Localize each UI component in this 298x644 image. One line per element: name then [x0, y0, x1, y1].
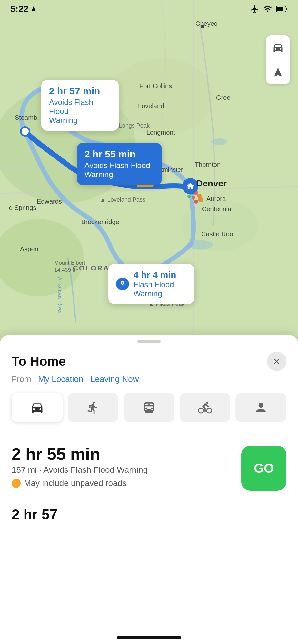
callout-route1[interactable]: 2 hr 57 min Avoids Flash FloodWarning — [41, 80, 119, 131]
primary-route: 2 hr 55 min 157 mi · Avoids Flash Flood … — [12, 446, 286, 491]
route-time: 2 hr 55 min — [12, 446, 148, 462]
place-label-cheyenne: Cheyeq — [195, 20, 218, 27]
mode-bike-button[interactable] — [180, 393, 231, 422]
place-label-centennial: Centennia — [202, 205, 231, 213]
sheet-from: From My Location Leaving Now — [12, 374, 286, 384]
place-label-edwards: Edwards — [37, 198, 62, 205]
mode-walk-button[interactable] — [68, 393, 119, 422]
status-icons — [250, 5, 288, 14]
svg-point-13 — [198, 197, 203, 202]
callout3-text: 4 hr 4 min Flash Flood Warning — [134, 270, 186, 298]
place-label-aurora: Aurora — [206, 195, 226, 203]
svg-point-9 — [211, 138, 227, 145]
place-label-breckenridge: Breckenridge — [81, 218, 119, 226]
route-warning: ! May include unpaved roads — [12, 478, 148, 488]
callout1-time: 2 hr 57 min — [49, 86, 111, 97]
place-label-fortcollins: Fort Collins — [139, 82, 172, 90]
svg-point-12 — [192, 196, 195, 200]
place-label-longmont: Longmont — [146, 129, 175, 136]
map-area[interactable]: Steamb. Fort Collins Loveland Gree Longm… — [0, 0, 298, 348]
flood-icon — [116, 278, 129, 290]
place-label-arkansas: Arkansas River — [57, 277, 63, 314]
route-details: 157 mi · Avoids Flash Flood Warning — [12, 465, 148, 475]
place-label-loveland: Loveland — [138, 102, 164, 110]
callout-route3[interactable]: 4 hr 4 min Flash Flood Warning — [108, 264, 194, 304]
route-info: 2 hr 55 min 157 mi · Avoids Flash Flood … — [12, 446, 148, 488]
sheet-header: To Home — [12, 352, 286, 371]
close-button[interactable] — [267, 352, 286, 371]
callout2-time: 2 hr 55 min — [84, 149, 154, 160]
svg-point-14 — [194, 200, 198, 204]
map-controls — [266, 35, 290, 84]
transport-modes — [12, 393, 286, 422]
status-bar: 5:22 — [0, 0, 298, 18]
svg-point-16 — [187, 195, 191, 198]
bottom-sheet: To Home From My Location Leaving Now — [0, 335, 298, 644]
callout2-sub: Avoids Flash FloodWarning — [84, 161, 154, 179]
drive-mode-button[interactable] — [266, 35, 290, 60]
mode-drive-button[interactable] — [12, 393, 63, 422]
my-location-link[interactable]: My Location — [38, 374, 83, 384]
svg-rect-18 — [277, 7, 283, 11]
status-time: 5:22 — [10, 4, 37, 14]
divider1 — [12, 434, 286, 434]
sheet-handle — [137, 340, 161, 343]
leaving-now-link[interactable]: Leaving Now — [90, 374, 139, 384]
place-label-steamboat: Steamb. — [15, 114, 39, 121]
mode-person-button[interactable] — [235, 393, 286, 422]
airplane-icon — [250, 5, 259, 14]
warning-icon: ! — [12, 479, 21, 488]
divider2 — [12, 500, 286, 500]
mode-transit-button[interactable] — [124, 393, 174, 422]
callout1-sub: Avoids Flash FloodWarning — [49, 98, 111, 125]
home-indicator — [117, 636, 181, 639]
place-label-lovelandpass: ▲ Loveland Pass — [100, 196, 145, 203]
place-label-castlerock: Castle Roo — [201, 231, 233, 238]
origin-marker — [20, 126, 30, 137]
svg-rect-19 — [286, 8, 287, 10]
place-label-aspen: Aspen — [20, 245, 38, 253]
place-label-thornton: Thornton — [195, 161, 221, 168]
callout-route2[interactable]: 2 hr 55 min Avoids Flash FloodWarning — [77, 143, 162, 185]
place-label-dsprings: d Springs — [9, 204, 36, 212]
go-button[interactable]: GO — [241, 446, 286, 491]
location-arrow-icon — [30, 6, 37, 12]
alt-route: 2 hr 57 — [12, 507, 286, 523]
place-label-denver: Denver — [196, 178, 227, 189]
wifi-icon — [263, 5, 272, 14]
place-label-gree: Gree — [216, 94, 230, 101]
center-location-button[interactable] — [266, 60, 290, 84]
sheet-title: To Home — [12, 354, 66, 369]
battery-icon — [276, 5, 288, 13]
cheyenne-dot — [201, 25, 204, 28]
